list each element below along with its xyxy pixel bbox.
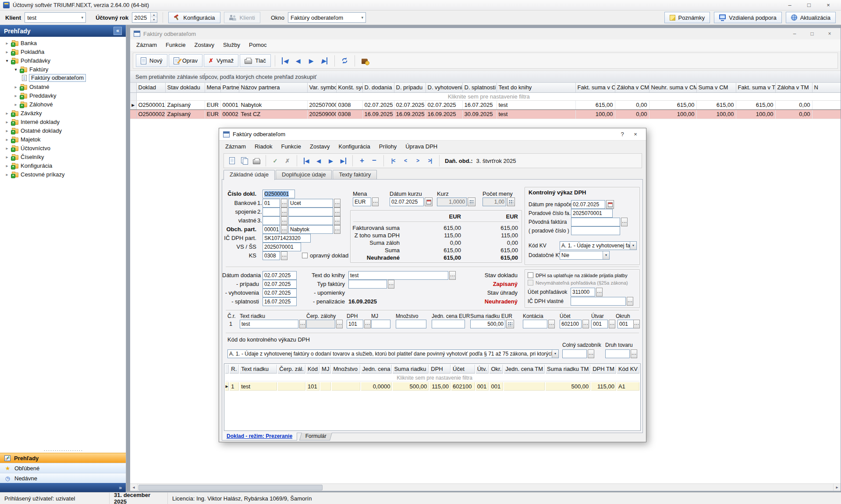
konfiguracia-button[interactable]: Konfigurácia — [168, 12, 220, 23]
menu-pomoc[interactable]: Pomoc — [245, 40, 271, 50]
col-zaloha-cm[interactable]: Záloha v CM — [615, 83, 649, 92]
expand-icon[interactable]: » — [119, 485, 122, 491]
cell[interactable]: 1 — [230, 382, 239, 391]
tree-item-zavazky[interactable]: ▸Záväzky — [0, 109, 126, 117]
col-suma-riadku[interactable]: Suma riadku — [393, 365, 429, 374]
cell[interactable]: O2500001 — [136, 100, 165, 109]
tree-item-pohladavky[interactable]: ▾Pohľadávky — [0, 56, 126, 65]
ucet-pohladavok-lookup-button[interactable]: … — [596, 288, 603, 296]
col-dph-tm[interactable]: DPH TM — [591, 365, 616, 374]
tree-item-ostatne-doklady[interactable]: ▸Ostatné doklady — [0, 126, 126, 135]
accounting-book-button[interactable] — [359, 55, 371, 67]
bankove-2-name-field[interactable] — [288, 208, 333, 216]
col-stav[interactable]: Stav dokladu — [165, 83, 205, 92]
suma-riadku-calc-button[interactable] — [506, 320, 514, 328]
ucet-lookup-button[interactable]: … — [582, 320, 589, 328]
tree-item-banka[interactable]: ▸Banka — [0, 39, 126, 47]
suma-riadku-field[interactable]: 500,00 — [470, 320, 505, 328]
mena-field[interactable]: EUR — [353, 197, 371, 206]
cell[interactable]: EUR — [205, 100, 220, 109]
group-by-hint-bar[interactable]: Sem pretiahnite záhlavie stĺpcov, podľa … — [130, 71, 841, 83]
ic-dph-part-field[interactable]: SK1071423320 — [263, 234, 311, 243]
cell[interactable]: Nabytok — [239, 100, 307, 109]
text-do-knihy-field[interactable]: test — [348, 271, 448, 280]
remove-row-button[interactable]: − — [369, 155, 380, 166]
jedn-cena-field[interactable] — [432, 320, 465, 328]
bankove-3-code-field[interactable] — [263, 216, 280, 225]
povodna-faktura-lookup-button[interactable]: … — [621, 218, 628, 226]
pocet-meny-field[interactable]: 1,00 — [483, 197, 506, 206]
col-d-vyhotovenia[interactable]: D. vyhotovenia — [426, 83, 462, 92]
col-d-dodania[interactable]: D. dodania — [362, 83, 394, 92]
bankove-2-lookup-button[interactable]: … — [281, 208, 287, 216]
mj-field[interactable] — [371, 320, 390, 328]
cell[interactable]: 00002 — [220, 109, 239, 119]
obch-part-lookup-button[interactable]: … — [281, 225, 287, 234]
menu-riadok[interactable]: Riadok — [250, 142, 277, 152]
rok-spinner[interactable]: 2025 ▲ ▼ — [132, 12, 157, 23]
cell[interactable]: 115,00 — [429, 382, 451, 391]
bankove-3-lookup-button[interactable]: … — [281, 216, 287, 225]
tree-expand-icon[interactable]: ▸ — [13, 85, 18, 89]
sidebar-panel-nedavne[interactable]: ◷ Nedávne — [0, 473, 126, 483]
kontacia-lookup-button[interactable]: … — [548, 320, 555, 328]
cell[interactable]: 00001 — [220, 100, 239, 109]
sidebar-splitter-handle[interactable] — [0, 448, 126, 453]
cell[interactable]: 0,00 — [775, 109, 812, 119]
dph-platba-checkbox[interactable] — [528, 272, 533, 278]
aktualizacia-button[interactable]: Aktualizácia — [786, 12, 836, 23]
cell[interactable]: O2500002 — [136, 109, 165, 119]
druh-tovaru-field[interactable] — [605, 349, 630, 358]
menu-konfiguracia[interactable]: Konfigurácia — [334, 142, 374, 152]
menu-funkcie[interactable]: Funkcie — [161, 40, 190, 50]
obch-part-code-field[interactable]: 00001 — [263, 225, 280, 234]
filter-hint[interactable]: Kliknite sem pre nastavenie filtra — [230, 374, 639, 381]
cell[interactable] — [320, 382, 331, 391]
minimize-button[interactable]: – — [780, 0, 799, 10]
cell[interactable]: 100,00 — [736, 109, 775, 119]
tree-expand-icon[interactable]: ▸ — [4, 111, 10, 116]
tree-expand-icon[interactable]: ▸ — [4, 137, 10, 142]
cell[interactable]: 2025090002 — [307, 109, 336, 119]
ks-field[interactable]: 0308 — [263, 251, 280, 260]
cell[interactable] — [332, 382, 360, 391]
tab-formular[interactable]: Formulár — [299, 433, 332, 441]
last-record-button[interactable]: ▶ — [337, 155, 349, 166]
col-suma-riadku-tm[interactable]: Suma riadku TM — [546, 365, 590, 374]
cell[interactable]: 16.09.2025 — [362, 109, 394, 119]
cell[interactable]: Test CZ — [239, 109, 307, 119]
obch-part-name-field[interactable]: Nabytok — [288, 225, 333, 234]
horizontal-scrollbar[interactable]: ◂ ▸ — [130, 483, 841, 491]
col-fakt-cm[interactable]: Fakt. suma v CM — [575, 83, 615, 92]
poznamky-button[interactable]: Poznámky — [664, 12, 710, 23]
tree-expand-icon[interactable]: ▸ — [13, 93, 18, 98]
next-record-button[interactable]: ▶ — [325, 155, 337, 166]
col-suma-cm[interactable]: Suma v CM — [696, 83, 736, 92]
last-row-button[interactable]: >| — [424, 155, 436, 166]
kontacia-field[interactable] — [523, 320, 547, 328]
filter-hint[interactable]: Kliknite sem pre nastavenie filtra — [136, 92, 841, 100]
menu-zostavy[interactable]: Zostavy — [305, 142, 334, 152]
cell[interactable]: Zapísaný — [165, 100, 205, 109]
cell[interactable]: 16.07.2025 — [462, 100, 497, 109]
tree-collapse-icon[interactable]: ▾ — [4, 58, 10, 63]
cell[interactable]: 02.07.2025 — [426, 100, 462, 109]
ic-dph-vlastne-button[interactable]: … — [627, 297, 633, 306]
maximize-button[interactable]: □ — [799, 0, 819, 10]
tree-collapse-icon[interactable]: ▾ — [13, 67, 18, 72]
prev-record-button[interactable]: ◀ — [292, 55, 304, 67]
col-nazov[interactable]: Názov partnera — [239, 83, 307, 92]
druh-tovaru-button[interactable]: … — [631, 349, 637, 358]
bankove-1-name-field[interactable]: Ucet — [288, 199, 333, 208]
scrollbar-thumb[interactable] — [138, 485, 323, 490]
mena-lookup-button[interactable]: … — [372, 197, 379, 206]
tree-item-ostatne[interactable]: ▸Ostatné — [0, 82, 126, 91]
tree-item-majetok[interactable]: ▸Majetok — [0, 135, 126, 144]
cell[interactable]: 2025070001 — [307, 100, 336, 109]
col-text[interactable]: Text do knihy — [497, 83, 575, 92]
cell[interactable]: 16.09.2025 — [394, 109, 426, 119]
menu-zostavy[interactable]: Zostavy — [190, 40, 219, 50]
text-riadku-button[interactable]: … — [299, 320, 306, 328]
vs-ss-field[interactable]: 2025070001 — [263, 243, 301, 251]
cell[interactable] — [504, 382, 545, 391]
